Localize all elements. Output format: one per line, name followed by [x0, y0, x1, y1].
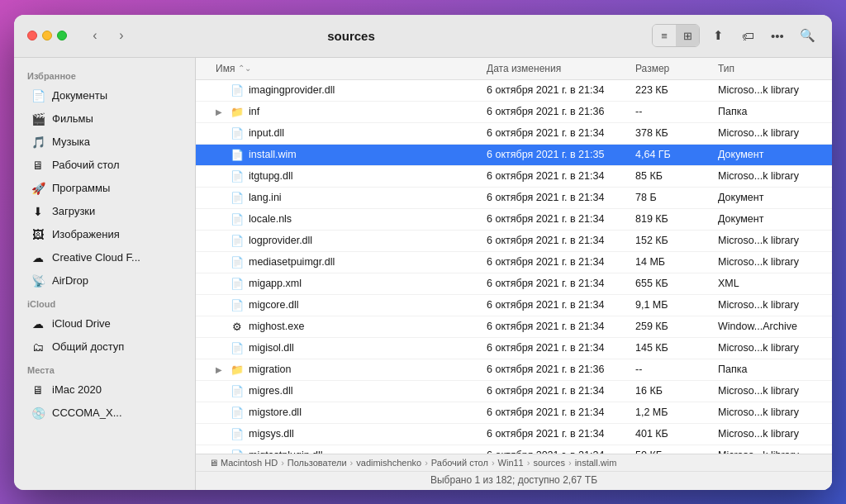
- file-date: 6 октября 2021 г. в 21:34: [480, 340, 629, 356]
- back-button[interactable]: ‹: [83, 24, 107, 47]
- type-column-header[interactable]: Тип: [711, 58, 819, 79]
- table-row[interactable]: ▶ 📁 migration 6 октября 2021 г. в 21:36 …: [196, 359, 832, 381]
- file-size: 14 МБ: [629, 254, 711, 270]
- table-row[interactable]: ▶ 📄 migcore.dll 6 октября 2021 г. в 21:3…: [196, 295, 832, 316]
- file-icon: 📄: [231, 277, 244, 290]
- share-button[interactable]: ⬆: [706, 24, 730, 47]
- file-type: Microso...k library: [711, 168, 819, 184]
- name-column-header[interactable]: Имя ⌃⌄: [209, 58, 480, 79]
- list-view-button[interactable]: ≡: [653, 25, 676, 46]
- file-icon: 📄: [231, 406, 244, 419]
- table-row[interactable]: ▶ 📄 mediasetpuimgr.dll 6 октября 2021 г.…: [196, 252, 832, 273]
- file-name: migapp.xml: [249, 278, 302, 289]
- file-type: Документ: [711, 189, 819, 206]
- breadcrumb-item[interactable]: Пользователи: [288, 458, 347, 468]
- sidebar-item-movies[interactable]: 🎬 Фильмы: [17, 107, 192, 131]
- table-row[interactable]: ▶ 📄 imagingprovider.dll 6 октября 2021 г…: [196, 80, 832, 102]
- table-row[interactable]: ▶ 📄 lang.ini 6 октября 2021 г. в 21:34 7…: [196, 188, 832, 209]
- breadcrumb-bar: 🖥 Macintosh HD›Пользователи›vadimishchen…: [196, 454, 832, 472]
- sidebar-item-applications[interactable]: 🚀 Программы: [17, 177, 192, 200]
- file-size: 78 Б: [629, 189, 711, 206]
- date-column-header[interactable]: Дата изменения: [480, 58, 629, 79]
- table-row[interactable]: ▶ 📄 input.dll 6 октября 2021 г. в 21:34 …: [196, 123, 832, 145]
- table-row[interactable]: ▶ 📄 migtestplugin.dll 6 октября 2021 г. …: [196, 445, 832, 454]
- file-name: migcore.dll: [249, 299, 298, 311]
- file-size: --: [629, 361, 711, 378]
- file-name: migstore.dll: [249, 407, 302, 418]
- search-button[interactable]: 🔍: [796, 24, 819, 47]
- breadcrumb-separator: ›: [527, 458, 530, 468]
- table-row[interactable]: ▶ 📄 migsys.dll 6 октября 2021 г. в 21:34…: [196, 424, 832, 445]
- sidebar-item-imac[interactable]: 🖥 iMac 2020: [17, 378, 192, 402]
- sidebar-item-label: Изображения: [52, 228, 120, 240]
- minimize-button[interactable]: [42, 31, 52, 40]
- breadcrumb-separator: ›: [350, 458, 354, 468]
- breadcrumb-separator: ›: [425, 458, 428, 468]
- sidebar-item-shared[interactable]: 🗂 Общий доступ: [17, 335, 192, 359]
- sidebar-item-icloud-drive[interactable]: ☁ iCloud Drive: [17, 312, 192, 335]
- table-row[interactable]: ▶ 📄 itgtupg.dll 6 октября 2021 г. в 21:3…: [196, 166, 832, 188]
- icloud-drive-icon: ☁: [31, 316, 45, 331]
- file-date: 6 октября 2021 г. в 21:34: [480, 275, 629, 292]
- table-row[interactable]: ▶ 📄 migres.dll 6 октября 2021 г. в 21:34…: [196, 381, 832, 402]
- sidebar-item-creative-cloud[interactable]: ☁ Creative Cloud F...: [17, 246, 192, 269]
- sidebar-item-documents[interactable]: 📄 Документы: [17, 84, 192, 107]
- table-row[interactable]: ▶ 📄 migapp.xml 6 октября 2021 г. в 21:34…: [196, 273, 832, 295]
- file-rows: ▶ 📄 imagingprovider.dll 6 октября 2021 г…: [196, 80, 832, 454]
- grid-view-button[interactable]: ⊞: [676, 25, 699, 46]
- size-column-header[interactable]: Размер: [629, 58, 711, 79]
- finder-window: ‹ › sources ≡ ⊞ ⬆ 🏷 ••• 🔍 Избранное 📄 До…: [14, 15, 832, 490]
- maximize-button[interactable]: [57, 31, 67, 40]
- more-button[interactable]: •••: [766, 24, 789, 47]
- breadcrumb-item[interactable]: Рабочий стол: [431, 458, 488, 468]
- file-date: 6 октября 2021 г. в 21:34: [480, 318, 629, 335]
- breadcrumb-item[interactable]: Win11: [498, 458, 524, 468]
- file-icon: 📄: [231, 169, 244, 183]
- file-date: 6 октября 2021 г. в 21:34: [480, 383, 629, 399]
- sidebar-item-music[interactable]: 🎵 Музыка: [17, 131, 192, 154]
- main-content: Избранное 📄 Документы 🎬 Фильмы 🎵 Музыка …: [14, 58, 832, 490]
- breadcrumb-item[interactable]: install.wim: [575, 458, 617, 468]
- sidebar-item-label: Фильмы: [52, 112, 93, 125]
- sidebar-item-images[interactable]: 🖼 Изображения: [17, 223, 192, 246]
- sidebar-item-downloads[interactable]: ⬇ Загрузки: [17, 200, 192, 223]
- tag-button[interactable]: 🏷: [736, 24, 759, 47]
- sidebar-item-desktop[interactable]: 🖥 Рабочий стол: [17, 154, 192, 177]
- imac-icon: 🖥: [31, 383, 45, 397]
- window-title: sources: [143, 29, 559, 43]
- breadcrumb-item[interactable]: vadimishchenko: [356, 458, 421, 468]
- table-row[interactable]: ▶ 📄 migstore.dll 6 октября 2021 г. в 21:…: [196, 402, 832, 424]
- forward-button[interactable]: ›: [110, 24, 133, 47]
- file-name-cell: ▶ ⚙ mighost.exe: [209, 317, 480, 335]
- file-name-cell: ▶ 📄 lang.ini: [209, 188, 480, 207]
- breadcrumb-item[interactable]: 🖥 Macintosh HD: [209, 458, 278, 468]
- file-name-cell: ▶ 📄 migapp.xml: [209, 274, 480, 292]
- file-size: 152 КБ: [629, 232, 711, 249]
- table-row[interactable]: ▶ ⚙ mighost.exe 6 октября 2021 г. в 21:3…: [196, 316, 832, 338]
- file-icon: 📄: [231, 212, 244, 226]
- file-icon: 📄: [231, 126, 244, 140]
- table-row[interactable]: ▶ 📄 migisol.dll 6 октября 2021 г. в 21:3…: [196, 338, 832, 359]
- file-icon: 📄: [231, 191, 244, 204]
- expand-icon[interactable]: ▶: [216, 107, 226, 116]
- file-name-cell: ▶ 📄 migtestplugin.dll: [209, 446, 480, 454]
- file-date: 6 октября 2021 г. в 21:35: [480, 146, 629, 163]
- sidebar-item-cccoma[interactable]: 💿 CCCOMA_X...: [17, 402, 192, 425]
- status-info: Выбрано 1 из 182; доступно 2,67 ТБ: [196, 472, 832, 488]
- breadcrumb-separator: ›: [281, 458, 284, 468]
- file-name: input.dll: [249, 127, 284, 139]
- table-row[interactable]: ▶ 📄 install.wim 6 октября 2021 г. в 21:3…: [196, 145, 832, 166]
- sort-icon: ⌃⌄: [238, 64, 251, 73]
- sidebar-item-airdrop[interactable]: 📡 AirDrop: [17, 269, 192, 292]
- table-row[interactable]: ▶ 📄 locale.nls 6 октября 2021 г. в 21:34…: [196, 209, 832, 231]
- file-size: 655 КБ: [629, 275, 711, 292]
- file-date: 6 октября 2021 г. в 21:34: [480, 189, 629, 206]
- file-size: 85 КБ: [629, 168, 711, 184]
- table-row[interactable]: ▶ 📁 inf 6 октября 2021 г. в 21:36 -- Пап…: [196, 102, 832, 123]
- breadcrumb-item[interactable]: sources: [533, 458, 565, 468]
- sidebar-item-label: Creative Cloud F...: [52, 251, 140, 264]
- file-type: Microso...k library: [711, 340, 819, 356]
- expand-icon[interactable]: ▶: [216, 365, 226, 374]
- table-row[interactable]: ▶ 📄 logprovider.dll 6 октября 2021 г. в …: [196, 231, 832, 252]
- close-button[interactable]: [27, 31, 37, 40]
